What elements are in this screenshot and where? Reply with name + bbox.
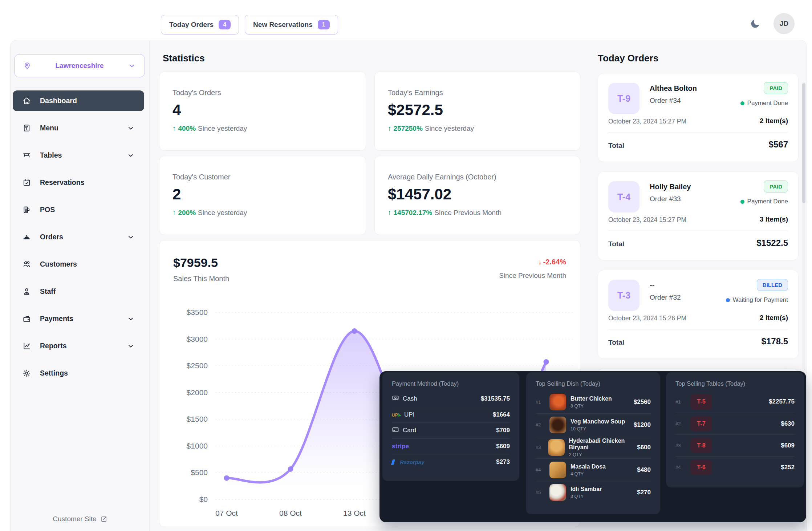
order-status-note: Waiting for Payment <box>733 296 788 304</box>
stat-card: Today's Earnings $2572.5 ↑ 257250% Since… <box>374 72 580 151</box>
sidebar-item-staff[interactable]: Staff <box>13 281 144 302</box>
stat-value: 4 <box>172 101 353 119</box>
location-pin-icon <box>23 62 31 70</box>
sidebar-item-reports[interactable]: Reports <box>13 336 144 356</box>
order-table-chip: T-4 <box>608 181 640 212</box>
scrollbar-thumb[interactable] <box>802 83 805 203</box>
top-table-row: #4 T-6 $252 <box>675 456 795 478</box>
dish-name: Veg Manchow Soup <box>571 418 625 425</box>
reports-icon <box>23 342 31 350</box>
payment-method-amount: $31535.75 <box>481 395 510 402</box>
dark-mode-toggle-moon-icon[interactable] <box>750 18 761 29</box>
dish-amount: $1200 <box>634 421 651 429</box>
today-orders-button[interactable]: Today Orders 4 <box>161 15 239 35</box>
chevron-down-icon <box>127 342 134 350</box>
sidebar-item-tables[interactable]: Tables <box>13 145 144 166</box>
top-dishes-title: Top Selling Dish (Today) <box>536 380 651 387</box>
dish-rank: #5 <box>536 490 545 495</box>
svg-text:13 Oct: 13 Oct <box>343 509 366 517</box>
table-amount: $2257.75 <box>769 398 795 405</box>
table-rank: #2 <box>675 421 685 426</box>
stat-delta-value: 200% <box>178 209 196 217</box>
sidebar-item-label: Menu <box>40 124 58 132</box>
order-card-divider <box>608 231 788 231</box>
stat-card: Today's Orders 4 ↑ 400% Since yesterday <box>159 72 366 151</box>
new-reservations-button[interactable]: New Reservations 1 <box>245 15 338 35</box>
dish-amount: $480 <box>637 466 651 474</box>
chevron-down-icon <box>127 125 134 132</box>
svg-text:08 Oct: 08 Oct <box>279 509 302 517</box>
stat-delta-period: Since Previous Month <box>434 209 502 217</box>
payment-method-row: Cash $31535.75 <box>392 391 510 407</box>
top-table-row: #1 T-5 $2257.75 <box>675 391 795 413</box>
svg-text:$1500: $1500 <box>187 415 208 423</box>
sidebar-item-settings[interactable]: Settings <box>13 363 144 384</box>
user-avatar[interactable]: JD <box>774 13 795 34</box>
new-reservations-button-label: New Reservations <box>253 21 313 29</box>
order-table-chip: T-3 <box>608 280 640 311</box>
payment-method-row: UPI▸ UPI $1664 <box>392 407 510 423</box>
settings-icon <box>23 369 31 377</box>
top-dishes-panel: Top Selling Dish (Today) #1 Butter Chick… <box>526 372 660 514</box>
sidebar-item-label: POS <box>40 206 55 214</box>
order-card[interactable]: T-4 Holly Bailey Order #33 PAID Payment … <box>598 171 799 260</box>
order-items-count: 3 Item(s) <box>760 215 788 223</box>
table-amount: $630 <box>781 420 795 427</box>
order-customer-name: -- <box>650 281 654 289</box>
top-dish-row: #2 Veg Manchow Soup 10 QTY $1200 <box>536 413 651 436</box>
topbar-buttons: Today Orders 4 New Reservations 1 <box>161 15 338 35</box>
order-total-label: Total <box>608 142 624 150</box>
dish-quantity: 4 QTY <box>571 471 606 477</box>
order-card[interactable]: T-9 Althea Bolton Order #34 PAID Payment… <box>598 73 799 162</box>
stat-value: $2572.5 <box>388 101 567 119</box>
stat-card: Today's Customer 2 ↑ 200% Since yesterda… <box>159 156 366 235</box>
dish-quantity: 8 QTY <box>571 404 612 409</box>
top-dishes-rows: #1 Butter Chicken 8 QTY $2560 #2 Veg Man… <box>536 391 651 503</box>
order-items-count: 2 Item(s) <box>760 314 788 322</box>
sidebar-item-pos[interactable]: POS <box>13 199 144 220</box>
cash-icon <box>392 394 399 403</box>
sidebar-divider <box>14 88 145 88</box>
statistics-grid: Today's Orders 4 ↑ 400% Since yesterday … <box>159 72 580 235</box>
order-status-note: Payment Done <box>747 198 788 205</box>
stat-delta-value: 257250% <box>394 125 423 133</box>
home-icon <box>23 97 31 105</box>
sidebar-item-label: Staff <box>40 287 56 296</box>
svg-text:$500: $500 <box>191 468 208 477</box>
sidebar: Lawrenceshire Dashboard Menu Tables Rese… <box>11 40 150 531</box>
order-status-dot <box>740 101 744 105</box>
sidebar-item-reservations[interactable]: Reservations <box>13 172 144 193</box>
dish-rank: #3 <box>536 445 544 450</box>
sidebar-item-label: Orders <box>40 233 63 241</box>
sidebar-item-orders[interactable]: Orders <box>13 227 144 247</box>
today-orders-heading: Today Orders <box>598 53 658 64</box>
table-chip: T-7 <box>691 416 712 431</box>
sidebar-item-payments[interactable]: Payments <box>13 308 144 329</box>
dish-photo <box>548 439 565 456</box>
arrow-down-icon: ↓ <box>538 258 542 266</box>
table-rank: #4 <box>675 465 685 470</box>
top-table-row: #2 T-7 $630 <box>675 413 795 434</box>
sales-change-value: -2.64% <box>543 258 566 266</box>
dish-name: Masala Dosa <box>571 463 606 470</box>
stat-delta-period: Since yesterday <box>198 125 247 133</box>
arrow-up-icon: ↑ <box>172 209 176 217</box>
sidebar-item-customers[interactable]: Customers <box>13 254 144 275</box>
dish-quantity: 2 QTY <box>569 452 633 457</box>
sidebar-item-dashboard[interactable]: Dashboard <box>13 90 144 111</box>
location-selector[interactable]: Lawrenceshire <box>14 54 145 77</box>
today-orders-button-label: Today Orders <box>169 21 214 29</box>
dish-rank: #1 <box>536 400 545 405</box>
sidebar-item-menu[interactable]: Menu <box>13 118 144 138</box>
sales-change: ↓ -2.64% <box>538 258 566 266</box>
arrow-up-icon: ↑ <box>388 125 391 133</box>
table-chip: T-6 <box>691 459 712 475</box>
stat-value: 2 <box>172 186 353 203</box>
order-total-value: $567 <box>769 139 788 150</box>
payment-method-amount: $609 <box>496 443 510 450</box>
order-total-value: $1522.5 <box>756 238 788 248</box>
upi-logo: UPI▸ <box>392 411 401 418</box>
customer-site-link[interactable]: Customer Site <box>11 515 150 523</box>
external-link-icon <box>100 515 107 523</box>
order-card[interactable]: T-3 -- Order #32 BILLED Waiting for Paym… <box>598 270 799 359</box>
